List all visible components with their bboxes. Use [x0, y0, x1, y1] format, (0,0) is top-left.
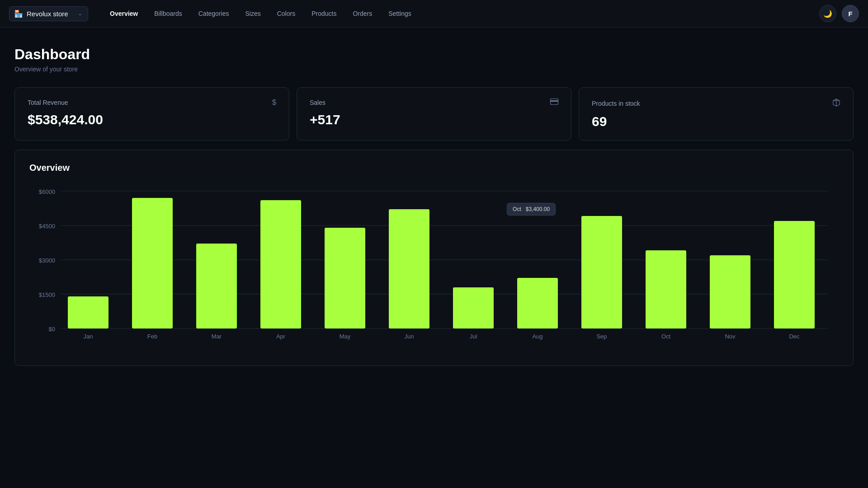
bar-nov: [710, 255, 750, 328]
page-title: Dashboard: [14, 46, 854, 63]
chart-title: Overview: [29, 163, 839, 173]
bar-oct: [646, 250, 686, 328]
stat-label-stock: Products in stock: [592, 100, 640, 107]
stats-grid: Total Revenue $ $538,424.00 Sales +517 P…: [14, 87, 854, 141]
stat-label-sales: Sales: [310, 99, 326, 106]
nav-overview[interactable]: Overview: [103, 6, 145, 21]
bar-jun: [389, 209, 429, 328]
svg-text:Jul: Jul: [470, 333, 477, 340]
nav-settings[interactable]: Settings: [381, 6, 419, 21]
bar-jan: [68, 296, 108, 328]
stat-value-sales: +517: [310, 112, 558, 127]
bar-jul: [453, 287, 494, 328]
nav-sizes[interactable]: Sizes: [238, 6, 268, 21]
chart-card: Overview Oct $3,400.00 $6000 $4500 $3000…: [14, 150, 854, 366]
stat-label-revenue: Total Revenue: [28, 99, 68, 106]
svg-text:Mar: Mar: [212, 333, 222, 340]
svg-text:Feb: Feb: [147, 333, 157, 340]
stat-card-sales: Sales +517: [297, 87, 571, 141]
bar-dec: [774, 221, 815, 328]
svg-text:Aug: Aug: [532, 333, 542, 340]
bar-apr: [260, 200, 301, 328]
user-avatar[interactable]: F: [842, 5, 859, 22]
svg-text:$3000: $3000: [39, 257, 55, 264]
svg-text:Nov: Nov: [725, 333, 736, 340]
dollar-icon: $: [272, 99, 276, 107]
credit-card-icon: [550, 99, 558, 107]
svg-text:$0: $0: [49, 326, 55, 333]
nav-menu: Overview Billboards Categories Sizes Col…: [103, 6, 805, 21]
nav-products[interactable]: Products: [304, 6, 344, 21]
store-icon: 🏪: [14, 9, 23, 18]
moon-icon: 🌙: [823, 9, 832, 18]
stat-value-stock: 69: [592, 114, 840, 129]
page-subtitle: Overview of your store: [14, 66, 854, 73]
stat-card-revenue: Total Revenue $ $538,424.00: [14, 87, 289, 141]
navbar-right: 🌙 F: [819, 5, 859, 22]
page-header: Dashboard Overview of your store: [14, 46, 854, 73]
bar-chart: $6000 $4500 $3000 $1500 $0 Jan Feb: [29, 184, 839, 351]
svg-text:$6000: $6000: [39, 188, 55, 195]
svg-text:$1500: $1500: [39, 291, 55, 298]
stat-value-revenue: $538,424.00: [28, 112, 276, 127]
svg-text:$4500: $4500: [39, 223, 55, 230]
svg-text:Jan: Jan: [84, 333, 93, 340]
bar-aug: [517, 278, 558, 328]
svg-text:Apr: Apr: [276, 333, 286, 340]
nav-orders[interactable]: Orders: [345, 6, 379, 21]
main-content: Dashboard Overview of your store Total R…: [0, 28, 868, 384]
stat-card-header-sales: Sales: [310, 99, 558, 107]
chevron-down-icon: ⌄: [78, 10, 82, 17]
svg-text:Sep: Sep: [596, 333, 607, 340]
box-icon: [832, 99, 840, 108]
stat-card-header: Total Revenue $: [28, 99, 276, 107]
svg-text:May: May: [340, 333, 351, 340]
chart-container: Oct $3,400.00 $6000 $4500 $3000 $1500 $0…: [29, 184, 839, 353]
bar-may: [325, 228, 365, 328]
navbar: 🏪 Revolux store ⌄ Overview Billboards Ca…: [0, 0, 868, 28]
svg-rect-1: [551, 100, 558, 102]
store-brand[interactable]: 🏪 Revolux store ⌄: [9, 6, 88, 21]
svg-text:Jun: Jun: [405, 333, 414, 340]
bar-mar: [196, 244, 237, 328]
svg-text:Dec: Dec: [789, 333, 800, 340]
svg-text:Oct: Oct: [661, 333, 671, 340]
nav-categories[interactable]: Categories: [191, 6, 236, 21]
bar-sep: [581, 216, 622, 328]
nav-billboards[interactable]: Billboards: [147, 6, 189, 21]
stat-card-header-stock: Products in stock: [592, 99, 840, 108]
nav-colors[interactable]: Colors: [270, 6, 302, 21]
stat-card-stock: Products in stock 69: [579, 87, 854, 141]
theme-toggle-button[interactable]: 🌙: [819, 5, 836, 22]
bar-feb: [132, 198, 173, 328]
store-name: Revolux store: [27, 10, 68, 18]
